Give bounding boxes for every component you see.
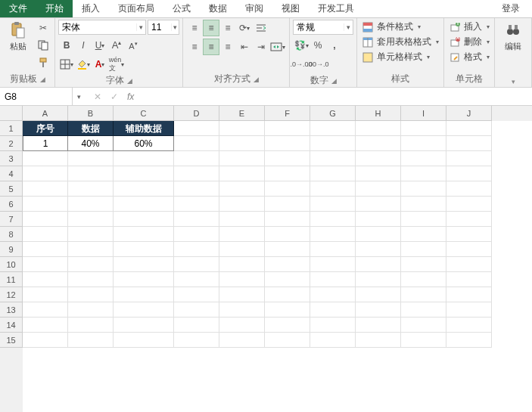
conditional-format-button[interactable]: 条件格式▾: [360, 20, 422, 34]
name-box-dropdown[interactable]: ▾: [73, 93, 85, 101]
cell-H10[interactable]: [356, 257, 401, 272]
row-header-3[interactable]: 3: [0, 151, 23, 166]
cell-E4[interactable]: [219, 166, 265, 181]
col-header-C[interactable]: C: [114, 106, 174, 121]
cell-B7[interactable]: [68, 212, 114, 227]
cell-A15[interactable]: [23, 333, 68, 348]
cell-H2[interactable]: [356, 136, 401, 151]
cell-F3[interactable]: [265, 151, 310, 166]
cell-J8[interactable]: [446, 227, 492, 242]
copy-button[interactable]: [35, 37, 51, 54]
row-header-15[interactable]: 15: [0, 333, 23, 348]
cell-C7[interactable]: [114, 212, 174, 227]
cell-D11[interactable]: [174, 272, 219, 287]
cell-A12[interactable]: [23, 287, 68, 302]
decrease-font-button[interactable]: A▾: [125, 37, 142, 54]
name-box-input[interactable]: [0, 91, 72, 102]
decrease-decimal-button[interactable]: .00→.0: [310, 56, 326, 73]
chevron-down-icon[interactable]: ▾: [344, 23, 353, 31]
cell-H7[interactable]: [356, 212, 401, 227]
cell-G5[interactable]: [310, 181, 356, 197]
cell-C6[interactable]: [114, 197, 174, 212]
cell-H1[interactable]: [356, 121, 401, 136]
cell-A7[interactable]: [23, 212, 68, 227]
col-header-J[interactable]: J: [446, 106, 492, 121]
cell-G14[interactable]: [310, 318, 356, 333]
cell-A13[interactable]: [23, 302, 68, 318]
cell-F10[interactable]: [265, 257, 310, 272]
bold-button[interactable]: B: [58, 37, 75, 54]
cell-D13[interactable]: [174, 302, 219, 318]
cell-A6[interactable]: [23, 197, 68, 212]
col-header-F[interactable]: F: [265, 106, 310, 121]
font-name-input[interactable]: [59, 22, 136, 33]
cell-B5[interactable]: [68, 181, 114, 197]
worksheet[interactable]: ABCDEFGHIJ 123456789101112131415 序号数据辅助数…: [0, 106, 532, 412]
cell-B10[interactable]: [68, 257, 114, 272]
col-header-H[interactable]: H: [356, 106, 401, 121]
cell-J11[interactable]: [446, 272, 492, 287]
cell-A10[interactable]: [23, 257, 68, 272]
cell-G3[interactable]: [310, 151, 356, 166]
cell-D7[interactable]: [174, 212, 219, 227]
cell-F14[interactable]: [265, 318, 310, 333]
cell-J9[interactable]: [446, 242, 492, 257]
font-name-combo[interactable]: ▾: [58, 20, 146, 35]
cell-D6[interactable]: [174, 197, 219, 212]
cell-F8[interactable]: [265, 227, 310, 242]
cell-J12[interactable]: [446, 287, 492, 302]
find-button[interactable]: 编辑: [498, 20, 528, 54]
tab-developer[interactable]: 开发工具: [309, 0, 363, 17]
cell-I8[interactable]: [401, 227, 446, 242]
phonetic-button[interactable]: wén文▾: [108, 56, 125, 73]
cell-G1[interactable]: [310, 121, 356, 136]
align-left-button[interactable]: ≡: [186, 39, 203, 55]
number-format-combo[interactable]: ▾: [293, 20, 353, 35]
cell-I11[interactable]: [401, 272, 446, 287]
italic-button[interactable]: I: [75, 37, 92, 54]
tab-review[interactable]: 审阅: [236, 0, 272, 17]
cell-I14[interactable]: [401, 318, 446, 333]
row-header-11[interactable]: 11: [0, 272, 23, 287]
cell-J13[interactable]: [446, 302, 492, 318]
cell-F4[interactable]: [265, 166, 310, 181]
increase-font-button[interactable]: A▴: [108, 37, 125, 54]
cell-B12[interactable]: [68, 287, 114, 302]
cell-F7[interactable]: [265, 212, 310, 227]
cell-B15[interactable]: [68, 333, 114, 348]
cell-A3[interactable]: [23, 151, 68, 166]
cell-G15[interactable]: [310, 333, 356, 348]
cell-I7[interactable]: [401, 212, 446, 227]
cell-H3[interactable]: [356, 151, 401, 166]
col-header-B[interactable]: B: [68, 106, 114, 121]
cell-J6[interactable]: [446, 197, 492, 212]
align-middle-button[interactable]: ≡: [203, 20, 219, 36]
cell-J5[interactable]: [446, 181, 492, 197]
number-dialog-launcher[interactable]: ◢: [331, 77, 337, 85]
cell-A11[interactable]: [23, 272, 68, 287]
clipboard-dialog-launcher[interactable]: ◢: [40, 76, 45, 83]
cells-area[interactable]: 序号数据辅助数据140%60%: [23, 121, 532, 412]
row-header-1[interactable]: 1: [0, 121, 23, 136]
cell-F11[interactable]: [265, 272, 310, 287]
format-as-table-button[interactable]: 套用表格格式▾: [360, 35, 440, 49]
login-link[interactable]: 登录: [493, 0, 532, 17]
cell-G12[interactable]: [310, 287, 356, 302]
row-header-14[interactable]: 14: [0, 318, 23, 333]
cell-I5[interactable]: [401, 181, 446, 197]
row-header-10[interactable]: 10: [0, 257, 23, 272]
comma-button[interactable]: ,: [326, 37, 343, 54]
cell-E2[interactable]: [219, 136, 265, 151]
name-box[interactable]: [0, 88, 73, 105]
cell-F2[interactable]: [265, 136, 310, 151]
tab-file[interactable]: 文件: [0, 0, 36, 17]
cell-D12[interactable]: [174, 287, 219, 302]
align-dialog-launcher[interactable]: ◢: [254, 76, 259, 83]
cell-G8[interactable]: [310, 227, 356, 242]
tab-data[interactable]: 数据: [200, 0, 236, 17]
cell-H5[interactable]: [356, 181, 401, 197]
cell-C12[interactable]: [114, 287, 174, 302]
cell-E12[interactable]: [219, 287, 265, 302]
cell-H11[interactable]: [356, 272, 401, 287]
cell-J2[interactable]: [446, 136, 492, 151]
